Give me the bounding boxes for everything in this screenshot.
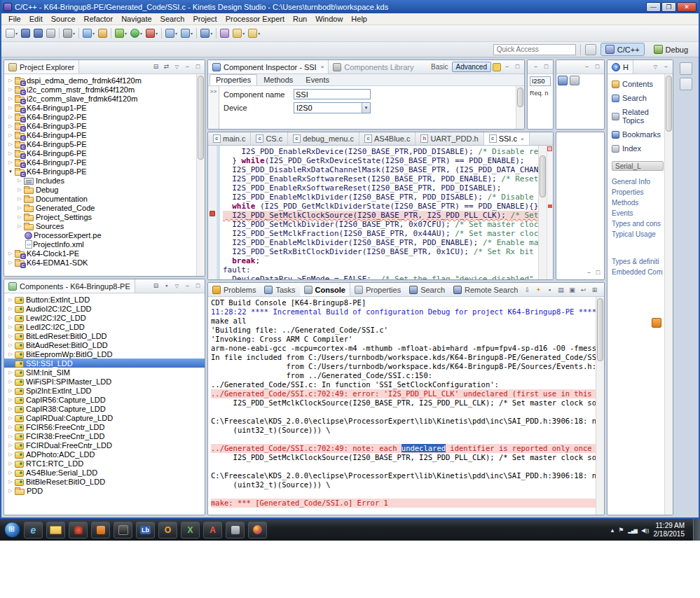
project-tree-item[interactable]: Documentation — [4, 194, 196, 203]
tree-expander-icon[interactable] — [7, 324, 14, 330]
console-line[interactable]: make: *** [Generated_Code/SSI.o] Error 1 — [211, 499, 596, 508]
component-item[interactable]: AudioI2C:I2C_LDD — [4, 304, 205, 313]
tree-expander-icon[interactable] — [7, 470, 14, 475]
project-tree-item[interactable]: K64-Bringup4-PE — [4, 130, 196, 139]
component-item[interactable]: CapIR38:Capture_LDD — [4, 404, 205, 413]
project-tree-item[interactable]: ProcessorExpert.pe — [4, 230, 196, 239]
minimized-view-button[interactable] — [680, 62, 692, 75]
tree-expander-icon[interactable] — [16, 178, 23, 183]
error-marker-icon[interactable] — [210, 211, 215, 216]
console-pin[interactable] — [544, 285, 554, 295]
toolbar-new-c-class[interactable] — [165, 28, 178, 39]
view-menu-icon[interactable] — [651, 62, 660, 71]
tree-expander-icon[interactable] — [16, 205, 23, 211]
tab-help[interactable]: H — [608, 60, 633, 74]
minimize-icon[interactable] — [502, 62, 512, 71]
maximize-icon[interactable] — [593, 62, 602, 71]
minimized-view-button[interactable] — [680, 78, 692, 90]
console-line[interactable]: C:\Freescale\KDS_2.0.0\eclipse\Processor… — [211, 417, 596, 426]
code-line[interactable]: I2S_PDD_SetMclkFraction(I2S0_BASE_PTR, 0… — [223, 229, 538, 238]
help-link[interactable]: Contents — [612, 80, 663, 88]
tree-expander-icon[interactable] — [7, 488, 14, 494]
inspector-tab[interactable]: Properties — [210, 74, 257, 85]
project-tree-item[interactable]: K64-Bringup3-PE — [4, 121, 196, 130]
tree-expander-icon[interactable] — [7, 87, 14, 92]
tree-expander-icon[interactable] — [7, 479, 14, 485]
code-line[interactable]: while (I2S_PDD_GetMclkDividerState(I2S0_… — [223, 202, 538, 211]
pin-view-icon[interactable] — [162, 281, 171, 291]
tree-expander-icon[interactable] — [7, 433, 14, 439]
close-button[interactable]: ✕ — [677, 2, 696, 12]
overview-ruler[interactable] — [547, 146, 553, 279]
maximize-icon[interactable] — [193, 281, 203, 291]
component-item[interactable]: LedI2C:I2C_LDD — [4, 322, 205, 331]
help-doc-link[interactable]: Embedded Comp — [612, 268, 663, 276]
taskbar-acrobat-reader[interactable] — [203, 522, 222, 538]
console-line[interactable]: arm-none-eabi-gcc -mcpu=cortex-m4 -mthum… — [211, 344, 596, 353]
console-line[interactable] — [211, 435, 596, 444]
toolbar-debug[interactable] — [114, 28, 128, 39]
help-scrollbar[interactable] — [664, 74, 673, 515]
tree-expander-icon[interactable] — [7, 424, 14, 430]
project-tree-item[interactable]: K64-Clock1-PE — [4, 249, 196, 258]
menu-item[interactable]: Window — [311, 14, 347, 24]
tree-expander-icon[interactable] — [7, 379, 14, 384]
code-line[interactable]: I2S_PDD_SetRxBitClockDivider(I2S0_BASE_P… — [223, 247, 538, 256]
toolbar-external-tools[interactable] — [145, 28, 158, 39]
processor-expert-icon[interactable] — [652, 318, 661, 328]
editor-scrollbar[interactable] — [538, 146, 547, 279]
tree-expander-icon[interactable] — [7, 352, 14, 357]
menu-item[interactable]: Navigate — [117, 14, 156, 24]
annotation-ruler[interactable] — [208, 146, 217, 279]
component-item[interactable]: AS4Blue:Serial_LDD — [4, 468, 205, 477]
menu-item[interactable]: Search — [156, 14, 189, 24]
code-line[interactable]: I2S_PDD_EnableMclkDivider(I2S0_BASE_PTR,… — [223, 238, 538, 247]
tree-expander-icon[interactable] — [7, 370, 14, 375]
code-line[interactable]: I2S_PDD_EnableRxSoftwareReset(I2S0_BASE_… — [223, 174, 538, 183]
console-line[interactable]: 'Invoking: Cross ARM C Compiler' — [211, 335, 596, 344]
tree-expander-icon[interactable] — [7, 151, 14, 156]
console-line[interactable]: from C:/Users/turnbodb/workspace.kds/K64… — [211, 362, 596, 371]
console-scrollbar[interactable] — [596, 297, 604, 515]
console-line[interactable] — [211, 408, 596, 417]
code-line[interactable]: fault: — [223, 265, 538, 274]
tree-expander-icon[interactable] — [7, 406, 14, 412]
minimize-icon[interactable] — [531, 62, 540, 71]
code-line[interactable]: } while(I2S_PDD_GetRxDeviceState(I2S0_BA… — [223, 156, 538, 165]
inspector-scrollbar[interactable] — [516, 86, 524, 129]
tree-expander-icon[interactable] — [7, 105, 14, 111]
maximize-button[interactable]: ❐ — [661, 2, 676, 12]
editor-tab[interactable]: main.c — [208, 132, 251, 145]
console-line[interactable]: I2S_PDD_SetMclkClockSource(I2S0_BASE_PTR… — [211, 453, 596, 462]
project-tree-item[interactable]: i2c_comm_mstr_frdmk64f120m — [4, 85, 196, 94]
project-tree-item[interactable]: K64-Bringup6-PE — [4, 148, 196, 158]
console-tab[interactable]: Problems — [208, 283, 260, 296]
tree-expander-icon[interactable] — [7, 361, 14, 366]
mini-view-icon[interactable] — [570, 76, 579, 85]
console-view-menu[interactable] — [601, 285, 605, 295]
console-clear[interactable] — [556, 285, 565, 295]
component-item[interactable]: CapIR56:Capture_LDD — [4, 395, 205, 404]
menu-item[interactable]: Source — [47, 14, 80, 24]
toolbar-build-all[interactable] — [62, 28, 76, 39]
project-tree-item[interactable]: K64-EDMA1-SDK — [4, 258, 196, 267]
tree-expander-icon[interactable] — [7, 78, 14, 83]
code-line[interactable]: I2S_PDD_EnableRxDevice(I2S0_BASE_PTR,PDD… — [223, 147, 538, 156]
console-plus[interactable] — [533, 285, 543, 295]
advanced-toggle[interactable]: Advanced — [452, 62, 491, 72]
menu-item[interactable]: Run — [289, 14, 311, 24]
minimize-icon[interactable] — [582, 62, 591, 71]
help-doc-link[interactable]: Events — [612, 209, 663, 217]
taskbar-app-globe[interactable] — [248, 522, 267, 538]
project-tree-item[interactable]: Debug — [4, 185, 196, 194]
tree-expander-icon[interactable] — [7, 96, 14, 102]
help-link[interactable]: Bookmarks — [612, 130, 663, 139]
tree-expander-icon[interactable] — [7, 415, 14, 421]
tree-expander-icon[interactable] — [16, 214, 23, 220]
maximize-icon[interactable] — [542, 62, 551, 71]
help-doc-link[interactable]: General Info — [612, 178, 663, 186]
network-icon[interactable] — [628, 527, 637, 534]
taskbar-app-dark[interactable] — [114, 522, 132, 538]
tree-expander-icon[interactable] — [7, 443, 14, 448]
console-line[interactable]: ../Generated_Code/SSI.c:702:49: error: '… — [211, 389, 596, 398]
